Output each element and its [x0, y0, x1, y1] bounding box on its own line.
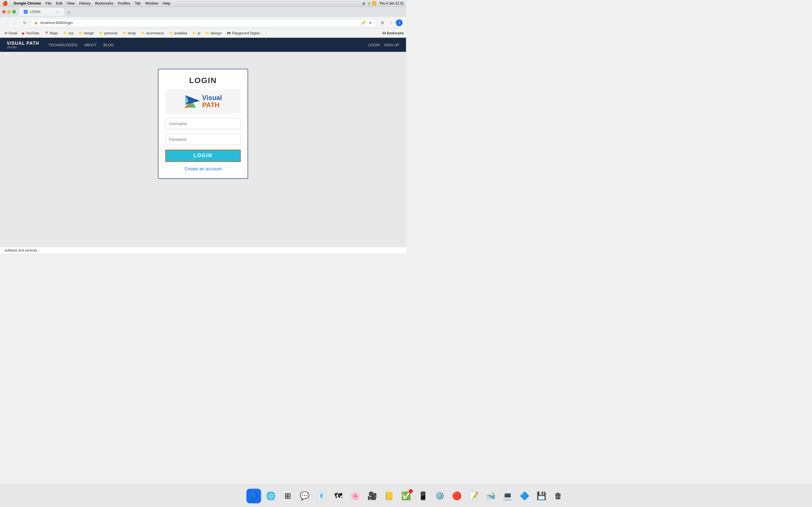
all-bookmarks[interactable]: All Bookmarks: [382, 31, 404, 35]
bookmark-pi[interactable]: 📁 pi: [190, 30, 202, 36]
design-folder-icon: 📁: [79, 31, 83, 35]
url-bar[interactable]: 🔒 localhost:8080/login 🔑 ★: [31, 19, 377, 27]
bookmark-design[interactable]: 📁 design: [77, 30, 96, 36]
password-manager-icon[interactable]: 🔑: [361, 20, 366, 25]
nav-blog[interactable]: BLOG: [103, 43, 114, 47]
bookmark-playground-label: Playground Digital...: [232, 31, 262, 35]
create-account-link[interactable]: Create an account: [185, 166, 221, 172]
menubar-tab[interactable]: Tab: [135, 1, 141, 5]
nav-login[interactable]: LOGIN: [368, 43, 379, 47]
menubar-edit[interactable]: Edit: [56, 1, 62, 5]
login-card: LOGIN: [158, 69, 248, 179]
bookmark-youtube[interactable]: ▶ YouTube: [20, 30, 42, 36]
nav-signup[interactable]: SIGN UP: [384, 43, 399, 47]
traffic-lights: [2, 10, 16, 13]
bookmark-jeralidea[interactable]: 📁 jeralidea: [167, 30, 190, 36]
site-logo-title: VISUAL PATH: [7, 41, 39, 46]
youtube-icon: ▶: [22, 31, 25, 35]
tab-title: LOGIN: [30, 10, 40, 14]
macos-menubar: 🍎 Google Chrome File Edit View History B…: [0, 0, 406, 7]
bookmark-devops-label: devops: [211, 31, 221, 35]
personal-folder-icon: 📁: [99, 31, 103, 35]
secure-icon: 🔒: [34, 21, 38, 24]
url-actions: 🔑 ★: [361, 20, 373, 25]
menubar-help[interactable]: Help: [163, 1, 170, 5]
chrome-window: L LOGIN × + ‹ › ↻ 🔒 localhost:8080/login…: [0, 7, 406, 253]
chrome-menu-icon[interactable]: ⋮: [388, 19, 394, 26]
path-text: PATH: [202, 101, 222, 109]
menubar-view[interactable]: View: [67, 1, 75, 5]
apple-menu[interactable]: 🍎: [2, 1, 8, 6]
bookmark-personal[interactable]: 📁 personal: [97, 30, 119, 36]
tab-favicon: L: [24, 10, 28, 14]
all-bookmarks-label: All Bookmarks: [382, 31, 404, 35]
devops-folder-icon: 📁: [205, 31, 209, 35]
menubar-bookmarks[interactable]: Bookmarks: [95, 1, 113, 5]
bookmark-gmail[interactable]: ✉ Gmail: [2, 30, 19, 36]
bookmark-css[interactable]: 📁 css: [61, 30, 76, 36]
content-area: VISUAL PATH VProfile TECHNOLOGIES ABOUT …: [0, 38, 406, 253]
menubar-right: 🔊 🔋 📶 Thu 4 Jan 21:31: [362, 1, 404, 5]
visual-path-logo: Visual PATH: [184, 94, 222, 109]
maps-icon: 📍: [45, 31, 49, 35]
bookmark-study-label: study: [128, 31, 136, 35]
address-bar: ‹ › ↻ 🔒 localhost:8080/login 🔑 ★ ⊞ ⋮ J: [0, 17, 406, 29]
back-button[interactable]: ‹: [3, 19, 10, 26]
address-right-actions: ⊞ ⋮ J: [379, 19, 403, 26]
bookmark-css-label: css: [68, 31, 73, 35]
login-title: LOGIN: [189, 76, 217, 85]
menubar-app-name[interactable]: Google Chrome: [13, 1, 41, 5]
css-folder-icon: 📁: [63, 31, 67, 35]
playground-icon: 🎮: [227, 31, 231, 35]
minimize-window-button[interactable]: [7, 10, 11, 13]
site-logo-sub: VProfile: [7, 46, 39, 49]
bookmark-jeralidea-label: jeralidea: [174, 31, 187, 35]
tab-bar: L LOGIN × +: [19, 8, 404, 16]
maximize-window-button[interactable]: [12, 10, 16, 13]
site-navigation: VISUAL PATH VProfile TECHNOLOGIES ABOUT …: [0, 38, 406, 52]
pi-folder-icon: 📁: [192, 31, 197, 35]
logo-text: Visual PATH: [202, 94, 222, 109]
close-window-button[interactable]: [2, 10, 6, 13]
bookmark-playground[interactable]: 🎮 Playground Digital...: [224, 30, 264, 36]
bookmark-ecommerce-label: ecommerce: [146, 31, 164, 35]
menubar-icons: 🔊 🔋 📶: [362, 1, 377, 5]
bookmark-personal-label: personal: [104, 31, 117, 35]
username-input[interactable]: [165, 118, 241, 129]
bookmark-pi-label: pi: [198, 31, 200, 35]
site-logo[interactable]: VISUAL PATH VProfile: [7, 41, 39, 49]
logo-icon: [184, 95, 200, 108]
profile-avatar[interactable]: J: [396, 19, 403, 26]
gmail-icon: ✉: [4, 31, 7, 35]
bookmark-study[interactable]: 📁 study: [120, 30, 138, 36]
study-folder-icon: 📁: [122, 31, 126, 35]
active-tab[interactable]: L LOGIN ×: [19, 8, 64, 16]
bookmark-maps[interactable]: 📍 Maps: [42, 30, 60, 36]
menubar-history[interactable]: History: [79, 1, 91, 5]
new-tab-button[interactable]: +: [65, 9, 72, 16]
nav-technologies[interactable]: TECHNOLOGIES: [48, 43, 77, 47]
visual-text: Visual: [202, 94, 222, 101]
menubar-profiles[interactable]: Profiles: [118, 1, 130, 5]
login-button[interactable]: LOGIN: [165, 150, 241, 162]
url-text: localhost:8080/login: [40, 20, 358, 25]
bookmark-ecommerce[interactable]: 📁 ecommerce: [139, 30, 166, 36]
site-nav-links: TECHNOLOGIES ABOUT BLOG: [48, 43, 114, 47]
bookmark-design-label: design: [84, 31, 94, 35]
bookmark-maps-label: Maps: [50, 31, 58, 35]
extensions-icon[interactable]: ⊞: [379, 19, 386, 26]
login-logo-area: Visual PATH: [165, 90, 241, 114]
menubar-clock: Thu 4 Jan 21:31: [379, 1, 404, 5]
password-input[interactable]: [165, 134, 241, 145]
nav-about[interactable]: ABOUT: [84, 43, 97, 47]
forward-button[interactable]: ›: [12, 19, 19, 26]
jeralidea-folder-icon: 📁: [169, 31, 173, 35]
menubar-file[interactable]: File: [46, 1, 52, 5]
tab-close-button[interactable]: ×: [55, 10, 60, 14]
menubar-window[interactable]: Window: [145, 1, 158, 5]
chrome-titlebar: L LOGIN × +: [0, 7, 406, 17]
bookmark-icon[interactable]: ★: [367, 20, 373, 25]
bookmark-devops[interactable]: 📁 devops: [203, 30, 224, 36]
refresh-button[interactable]: ↻: [21, 19, 28, 26]
bookmarks-divider: [266, 31, 266, 36]
